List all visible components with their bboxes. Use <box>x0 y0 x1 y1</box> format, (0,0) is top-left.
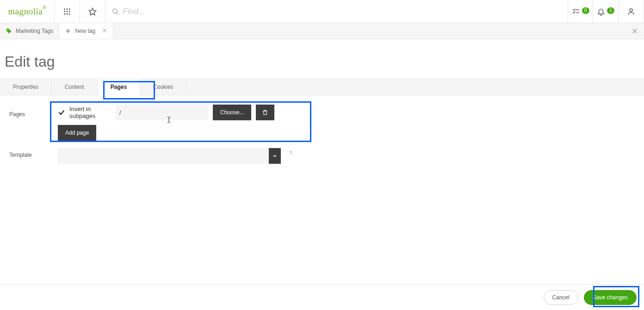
search-input[interactable] <box>123 7 561 16</box>
trash-icon <box>262 109 268 116</box>
tag-icon <box>6 28 12 34</box>
svg-point-8 <box>69 13 70 14</box>
header-right: 0 1 <box>568 0 644 23</box>
notifications-badge: 1 <box>607 7 614 14</box>
svg-point-5 <box>69 11 70 12</box>
svg-point-6 <box>64 13 65 14</box>
pages-row-content: Insert in subpages Choose... Add page <box>58 105 274 141</box>
svg-point-10 <box>113 9 117 13</box>
logo-cell[interactable]: magnolia® <box>0 0 55 23</box>
svg-point-0 <box>64 8 65 10</box>
tasks-badge: 0 <box>582 7 589 14</box>
template-select-group: ? <box>58 148 292 164</box>
notifications-button[interactable]: 1 <box>593 0 619 23</box>
delete-page-button[interactable] <box>256 105 274 120</box>
form-body: Pages Insert in subpages Choose... Add p… <box>0 95 644 164</box>
page-path-input[interactable] <box>116 105 208 120</box>
svg-point-15 <box>7 30 8 31</box>
add-page-button[interactable]: Add page <box>58 125 96 141</box>
checklist-icon <box>572 7 580 16</box>
tasks-button[interactable]: 0 <box>568 0 593 23</box>
search-icon <box>112 8 119 15</box>
add-page-wrap: Add page <box>58 125 274 141</box>
svg-line-11 <box>117 12 118 14</box>
checkmark-icon <box>58 108 66 117</box>
user-menu-button[interactable] <box>619 0 644 23</box>
app-tab-label: New tag <box>75 28 95 34</box>
close-icon <box>102 28 107 33</box>
page-entry-group: Insert in subpages Choose... <box>58 105 274 120</box>
brand-logo-dot: ® <box>43 5 46 10</box>
bell-icon <box>597 7 605 16</box>
top-bar: magnolia® 0 1 <box>0 0 644 23</box>
app-tab-label: Marketing Tags <box>16 28 53 34</box>
footer-action-bar: Cancel Save changes <box>0 284 644 310</box>
svg-point-4 <box>67 11 68 12</box>
grid-icon <box>63 7 71 16</box>
form-tab-pages[interactable]: Pages <box>98 79 140 95</box>
app-tabs-bar: Marketing Tags New tag <box>0 23 644 39</box>
star-icon <box>88 7 97 16</box>
user-icon <box>627 7 635 16</box>
chevron-down-icon <box>272 153 278 159</box>
pages-label: Pages <box>5 105 58 118</box>
choose-button[interactable]: Choose... <box>213 105 251 120</box>
template-select[interactable] <box>58 148 269 164</box>
brand-logo: magnolia <box>8 6 43 17</box>
page-title: Edit tag <box>0 39 644 79</box>
pages-row: Pages Insert in subpages Choose... Add p… <box>5 105 639 141</box>
template-help-button[interactable]: ? <box>289 150 292 156</box>
save-changes-button[interactable]: Save changes <box>584 290 637 305</box>
insert-in-subpages-label: Insert in subpages <box>69 105 111 119</box>
form-tab-cookies[interactable]: Cookies <box>140 79 186 95</box>
svg-point-14 <box>630 9 632 12</box>
insert-in-subpages-checkbox[interactable]: Insert in subpages <box>58 105 111 119</box>
close-icon <box>632 28 638 34</box>
svg-point-7 <box>67 13 68 14</box>
close-all-tabs-button[interactable] <box>625 23 644 39</box>
search-cell[interactable] <box>105 0 568 23</box>
plus-icon <box>65 28 71 34</box>
app-tab-marketing-tags[interactable]: Marketing Tags <box>0 23 59 39</box>
app-tab-new-tag[interactable]: New tag <box>59 23 113 39</box>
form-tab-properties[interactable]: Properties <box>0 79 52 95</box>
svg-marker-9 <box>89 8 96 15</box>
cancel-button[interactable]: Cancel <box>544 290 578 305</box>
svg-point-2 <box>69 8 70 10</box>
template-row: Template ? <box>5 148 639 164</box>
svg-point-3 <box>64 11 65 12</box>
template-label: Template <box>5 148 58 158</box>
form-tabs: Properties Content Pages Cookies <box>0 79 644 95</box>
close-tab-button[interactable] <box>102 27 107 35</box>
svg-point-1 <box>67 8 68 10</box>
app-launcher-button[interactable] <box>55 0 80 23</box>
template-dropdown-button[interactable] <box>269 148 281 164</box>
form-tab-content[interactable]: Content <box>52 79 98 95</box>
favorites-button[interactable] <box>80 0 105 23</box>
